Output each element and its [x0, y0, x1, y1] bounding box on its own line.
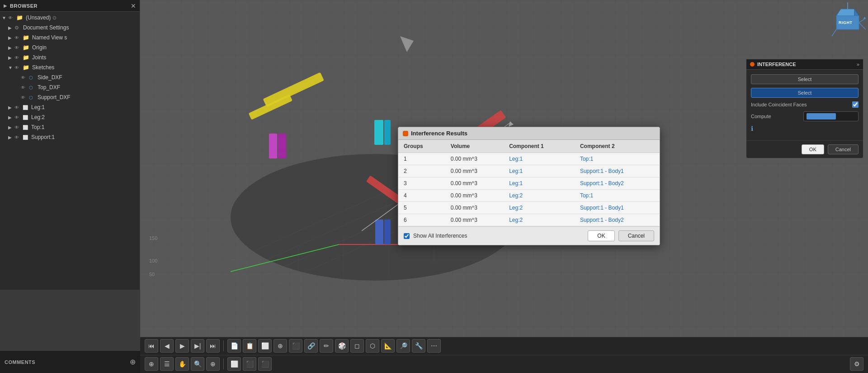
sidebar-item-leg2[interactable]: ▶ 👁 ⬜ Leg:2	[0, 112, 140, 122]
origin-eye[interactable]: 👁	[14, 45, 22, 50]
cell-comp1: Leg:2	[504, 190, 575, 202]
toolbar-mesh[interactable]: ⬡	[366, 339, 379, 353]
sketches-folder: 📁	[23, 64, 31, 71]
toolbar-sep-1	[223, 340, 224, 351]
table-row[interactable]: 1 0.00 mm^3 Leg:1 Top:1	[398, 153, 660, 165]
include-coincident-checkbox[interactable]	[852, 101, 859, 108]
toolbar-hand-icon[interactable]: ✋	[175, 357, 189, 371]
tree-root[interactable]: ▼ 👁 📁 (Unsaved) ⊙	[0, 13, 140, 23]
sidebar-item-top1[interactable]: ▶ 👁 ⬜ Top:1	[0, 122, 140, 132]
compute-progress-bar	[803, 111, 859, 121]
cell-comp2: Support:1 - Body1	[575, 202, 660, 214]
table-row[interactable]: 2 0.00 mm^3 Leg:1 Support:1 - Body1	[398, 165, 660, 177]
toolbar-copy[interactable]: 📋	[243, 339, 256, 353]
toolbar-environment[interactable]: ⬛	[258, 357, 272, 371]
toolbar-play[interactable]: ▶	[175, 339, 189, 353]
table-row[interactable]: 3 0.00 mm^3 Leg:1 Support:1 - Body2	[398, 177, 660, 190]
sidebar-item-sketches[interactable]: ▼ 👁 📁 Sketches	[0, 62, 140, 72]
table-row[interactable]: 5 0.00 mm^3 Leg:2 Support:1 - Body1	[398, 202, 660, 214]
toolbar-more[interactable]: ⋯	[427, 339, 441, 353]
cell-volume: 0.00 mm^3	[445, 177, 504, 190]
browser-collapse-arrow[interactable]: ▶	[4, 3, 7, 8]
sidebar-item-joints[interactable]: ▶ 👁 📁 Joints	[0, 53, 140, 62]
cell-comp1: Leg:1	[504, 177, 575, 190]
interference-select-button-1[interactable]: Select	[751, 74, 859, 84]
component-icon-leg1: ⬜	[23, 105, 30, 110]
toolbar-navigate-icon[interactable]: ⊕	[145, 357, 158, 371]
cell-volume: 0.00 mm^3	[445, 190, 504, 202]
nav-cube-svg[interactable]: RIGHT Y Z	[816, 2, 866, 52]
interference-body: Select Select Include Coincident Faces C…	[746, 70, 863, 140]
component-icon-support1: ⬜	[23, 135, 30, 140]
sidebar-item-top-dxf[interactable]: 👁 ⬡ Top_DXF	[0, 82, 140, 92]
sketches-eye[interactable]: 👁	[14, 65, 22, 70]
support-dxf-eye[interactable]: 👁	[21, 95, 28, 100]
root-eye-icon[interactable]: 👁	[8, 15, 15, 20]
interference-footer: OK Cancel	[746, 140, 863, 158]
col-volume: Volume	[445, 140, 504, 153]
comments-add-icon[interactable]: ⊕	[130, 358, 136, 366]
toolbar-3d[interactable]: 🎲	[335, 339, 349, 353]
interference-cancel-button[interactable]: Cancel	[828, 144, 859, 154]
cell-group: 4	[398, 190, 445, 202]
results-ok-button[interactable]: OK	[588, 230, 614, 241]
toolbar-sketch[interactable]: ✏	[320, 339, 333, 353]
toolbar-zoom2-icon[interactable]: ⊕	[206, 357, 220, 371]
toolbar-new[interactable]: 📄	[227, 339, 241, 353]
toolbar-select[interactable]: ⬜	[258, 339, 272, 353]
interference-compute-row: Compute	[751, 111, 859, 121]
support-dxf-expand	[14, 95, 21, 100]
svg-line-32	[859, 18, 866, 23]
sidebar-item-support1[interactable]: ▶ 👁 ⬜ Support:1	[0, 132, 140, 142]
browser-close-button[interactable]: ✕	[131, 2, 136, 10]
interference-ok-button[interactable]: OK	[802, 144, 824, 154]
sidebar-item-named-views[interactable]: ▶ 👁 📁 Named View s	[0, 33, 140, 43]
toolbar-sheet-metal[interactable]: 📐	[381, 339, 395, 353]
toolbar-surface[interactable]: ◻	[350, 339, 364, 353]
toolbar-next[interactable]: ▶|	[191, 339, 204, 353]
toolbar-view-cube[interactable]: ⬜	[227, 357, 241, 371]
results-cancel-button[interactable]: Cancel	[618, 230, 654, 241]
cell-group: 5	[398, 202, 445, 214]
sidebar-item-leg1[interactable]: ▶ 👁 ⬜ Leg:1	[0, 102, 140, 112]
named-views-eye[interactable]: 👁	[14, 35, 22, 40]
results-status-dot	[403, 131, 408, 136]
top-dxf-eye[interactable]: 👁	[21, 85, 28, 90]
toolbar-zoom-icon[interactable]: 🔍	[191, 357, 204, 371]
joints-eye[interactable]: 👁	[14, 55, 22, 60]
toolbar-display-settings[interactable]: ⬛	[243, 357, 256, 371]
toolbar-inspect[interactable]: 🔎	[396, 339, 410, 353]
side-dxf-eye[interactable]: 👁	[21, 75, 28, 80]
toolbar-tools[interactable]: 🔧	[412, 339, 425, 353]
cell-volume: 0.00 mm^3	[445, 153, 504, 165]
table-row[interactable]: 4 0.00 mm^3 Leg:2 Top:1	[398, 190, 660, 202]
sidebar-item-support-dxf[interactable]: 👁 ⬡ Support_DXF	[0, 92, 140, 102]
gear-icon: ⚙	[14, 25, 22, 31]
sidebar-item-document-settings[interactable]: ▶ ⚙ Document Settings	[0, 23, 140, 33]
toolbar-joint[interactable]: 🔗	[304, 339, 318, 353]
interference-expand-icon[interactable]: »	[857, 62, 859, 67]
leg1-eye[interactable]: 👁	[14, 105, 22, 110]
leg2-expand: ▶	[8, 115, 14, 120]
sidebar-item-origin[interactable]: ▶ 👁 📁 Origin	[0, 43, 140, 53]
toolbar-pan-icon[interactable]: ☰	[160, 357, 174, 371]
interference-select-button-2[interactable]: Select	[751, 88, 859, 98]
comments-label: COMMENTS	[5, 359, 126, 365]
toolbar-nav-end[interactable]: ⏭	[206, 339, 220, 353]
joints-label: Joints	[32, 54, 46, 61]
toolbar-nav-back[interactable]: ⏮	[145, 339, 158, 353]
leg2-eye[interactable]: 👁	[14, 115, 22, 120]
show-all-interferences-checkbox[interactable]	[404, 233, 410, 239]
toolbar-settings-right[interactable]: ⚙	[850, 357, 863, 371]
nav-cube-container[interactable]: RIGHT Y Z	[816, 2, 866, 52]
cell-volume: 0.00 mm^3	[445, 165, 504, 177]
top1-eye[interactable]: 👁	[14, 125, 22, 130]
toolbar-assemble[interactable]: ⬛	[289, 339, 302, 353]
component-icon-top1: ⬜	[23, 125, 30, 130]
table-row[interactable]: 6 0.00 mm^3 Leg:2 Support:1 - Body2	[398, 214, 660, 226]
toolbar-prev[interactable]: ◀	[160, 339, 174, 353]
support1-eye[interactable]: 👁	[14, 135, 22, 140]
toolbar-component[interactable]: ⊕	[274, 339, 287, 353]
results-dialog-title: Interference Results	[411, 130, 467, 137]
sidebar-item-side-dxf[interactable]: 👁 ⬡ Side_DXF	[0, 72, 140, 82]
